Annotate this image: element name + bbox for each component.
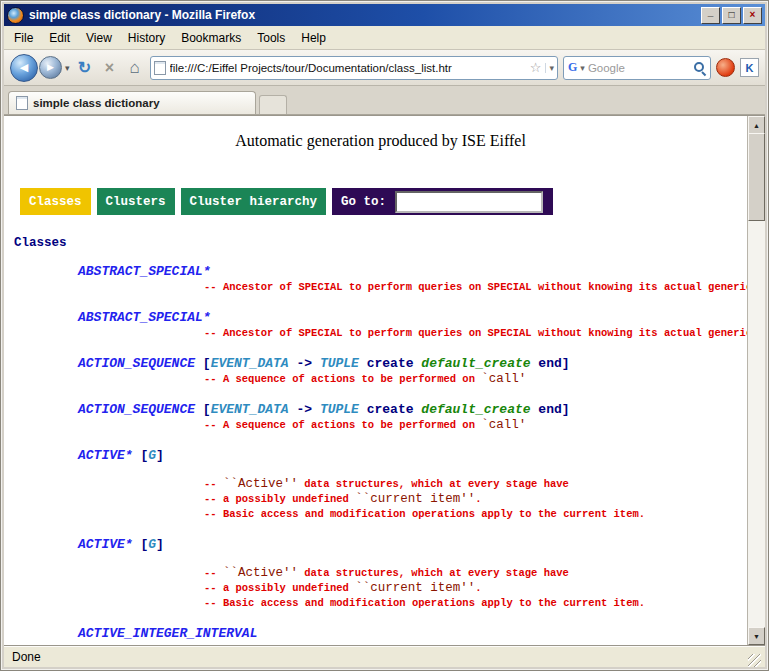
class-entry-title[interactable]: ABSTRACT_SPECIAL* — [78, 264, 747, 279]
page-nav-row: ClassesClustersCluster hierarchy Go to: — [20, 188, 747, 215]
class-entry: ACTION_SEQUENCE [EVENT_DATA -> TUPLE cre… — [14, 356, 747, 387]
resize-grip[interactable] — [748, 654, 761, 667]
content-area: Automatic generation produced by ISE Eif… — [4, 115, 765, 645]
menu-edit[interactable]: Edit — [41, 28, 78, 48]
page-button-classes[interactable]: Classes — [20, 188, 91, 215]
page-content: Automatic generation produced by ISE Eif… — [4, 116, 747, 645]
address-bar[interactable]: file:///C:/Eiffel Projects/tour/Document… — [150, 56, 558, 80]
page-nav-buttons: ClassesClustersCluster hierarchy — [20, 188, 332, 215]
menu-view[interactable]: View — [78, 28, 120, 48]
forward-icon: ▶ — [47, 63, 54, 72]
history-dropdown-icon[interactable]: ▾ — [65, 63, 70, 73]
scroll-up-button[interactable]: ▲ — [748, 116, 765, 134]
nav-toolbar: ◀ ▶ ▾ ↻ × ⌂ file:///C:/Eiffel Projects/t… — [4, 50, 765, 86]
menu-bar: FileEditViewHistoryBookmarksToolsHelp — [4, 26, 765, 50]
class-entry-comment: -- Basic access and modification operati… — [204, 507, 747, 522]
firefox-window: simple class dictionary - Mozilla Firefo… — [0, 0, 769, 671]
page-button-clusters[interactable]: Clusters — [97, 188, 175, 215]
address-input[interactable]: file:///C:/Eiffel Projects/tour/Document… — [170, 62, 526, 74]
status-bar: Done — [4, 645, 765, 667]
class-entry-title[interactable]: ACTIVE_INTEGER_INTERVAL — [78, 626, 747, 641]
scroll-down-button[interactable]: ▼ — [748, 627, 765, 645]
back-button[interactable]: ◀ — [10, 54, 38, 82]
title-bar[interactable]: simple class dictionary - Mozilla Firefo… — [4, 4, 765, 26]
page-icon — [154, 61, 166, 75]
class-entry-comment: -- Ancestor of SPECIAL to perform querie… — [204, 326, 747, 341]
menu-file[interactable]: File — [6, 28, 41, 48]
class-entry: ACTIVE* [G]-- ``Active'' data structures… — [14, 448, 747, 522]
class-entry-title[interactable]: ACTIVE* [G] — [78, 537, 747, 552]
goto-box: Go to: — [332, 188, 553, 215]
minimize-icon: _ — [708, 7, 714, 17]
bookmark-star-icon[interactable]: ☆ — [530, 61, 542, 74]
window-controls: _ □ × — [701, 7, 762, 24]
class-entry: ACTIVE* [G]-- ``Active'' data structures… — [14, 537, 747, 611]
class-entry: ACTIVE_INTEGER_INTERVAL — [14, 626, 747, 641]
menu-help[interactable]: Help — [293, 28, 334, 48]
class-entry-comment: -- a possibly undefined ``current item''… — [204, 492, 747, 507]
minimize-button[interactable]: _ — [701, 7, 720, 24]
home-button[interactable]: ⌂ — [125, 58, 145, 78]
menu-tools[interactable]: Tools — [249, 28, 293, 48]
class-entry: ABSTRACT_SPECIAL*-- Ancestor of SPECIAL … — [14, 264, 747, 295]
search-bar[interactable]: G ▾ Google — [563, 56, 711, 80]
forward-button[interactable]: ▶ — [39, 56, 62, 79]
tab-strip-stub[interactable] — [259, 95, 287, 114]
google-logo-icon: G — [568, 60, 577, 75]
firefox-logo-icon — [7, 7, 24, 24]
class-entry-comment: -- Ancestor of SPECIAL to perform querie… — [204, 280, 747, 295]
class-entry: ACTION_SEQUENCE [EVENT_DATA -> TUPLE cre… — [14, 402, 747, 433]
goto-input[interactable] — [395, 191, 543, 213]
search-icon[interactable] — [693, 61, 706, 74]
address-dropdown-icon[interactable]: ▾ — [545, 63, 554, 73]
goto-label: Go to: — [341, 195, 386, 209]
class-entry-title[interactable]: ACTION_SEQUENCE [EVENT_DATA -> TUPLE cre… — [78, 402, 747, 417]
class-entry-comment: -- a possibly undefined ``current item''… — [204, 581, 747, 596]
tab-simple-class-dictionary[interactable]: simple class dictionary — [8, 91, 256, 114]
vertical-scrollbar[interactable]: ▲ ▼ — [747, 116, 765, 645]
addon-icon-2[interactable]: K — [740, 58, 759, 77]
class-entry-title[interactable]: ACTION_SEQUENCE [EVENT_DATA -> TUPLE cre… — [78, 356, 747, 371]
menu-history[interactable]: History — [120, 28, 173, 48]
class-entry-title[interactable]: ACTIVE* [G] — [78, 448, 747, 463]
page-button-cluster-hierarchy[interactable]: Cluster hierarchy — [181, 188, 327, 215]
scrollbar-thumb[interactable] — [748, 133, 765, 221]
window-title: simple class dictionary - Mozilla Firefo… — [29, 8, 696, 22]
class-entry-comment: -- Basic access and modification operati… — [204, 596, 747, 611]
menu-bookmarks[interactable]: Bookmarks — [173, 28, 249, 48]
tab-bar: simple class dictionary — [4, 86, 765, 115]
tab-label: simple class dictionary — [33, 97, 160, 109]
class-list: ABSTRACT_SPECIAL*-- Ancestor of SPECIAL … — [14, 264, 747, 641]
tab-page-icon — [16, 96, 28, 110]
class-entry-comment: -- A sequence of actions to be performed… — [204, 418, 747, 433]
section-title-classes: Classes — [14, 236, 747, 250]
close-button[interactable]: × — [743, 7, 762, 24]
stop-button[interactable]: × — [100, 58, 120, 78]
back-icon: ◀ — [20, 62, 28, 73]
class-entry-comment: -- ``Active'' data structures, which at … — [204, 477, 747, 492]
search-engine-dropdown-icon[interactable]: ▾ — [580, 63, 585, 73]
maximize-button[interactable]: □ — [722, 7, 741, 24]
page-title: Automatic generation produced by ISE Eif… — [14, 132, 747, 150]
class-entry-comment: -- ``Active'' data structures, which at … — [204, 566, 747, 581]
status-text: Done — [12, 650, 748, 664]
class-entry-comment: -- A sequence of actions to be performed… — [204, 372, 747, 387]
search-input[interactable]: Google — [588, 62, 690, 74]
class-entry: ABSTRACT_SPECIAL*-- Ancestor of SPECIAL … — [14, 310, 747, 341]
reload-button[interactable]: ↻ — [75, 58, 95, 78]
class-entry-title[interactable]: ABSTRACT_SPECIAL* — [78, 310, 747, 325]
addon-icon-1[interactable] — [716, 58, 735, 77]
